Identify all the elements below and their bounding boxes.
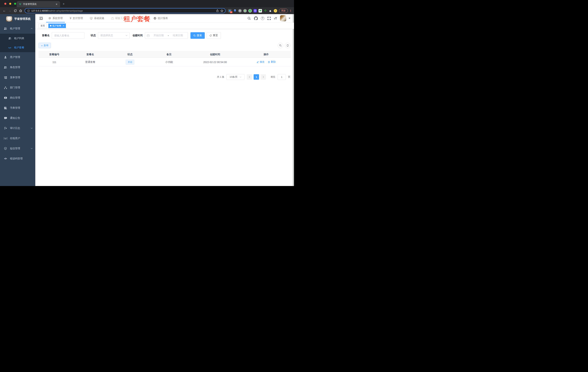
sidebar-item-dict-management[interactable]: 字典管理 <box>0 103 35 113</box>
extension-command-icon[interactable]: ⌘ <box>238 9 242 12</box>
browser-tab[interactable]: 芋道管理系统 ✕ <box>17 1 60 7</box>
sidebar-item-menu-management[interactable]: 菜单管理 <box>0 73 35 83</box>
col-header-remark: 备注 <box>149 51 189 58</box>
tag-tenant-package[interactable]: 租户套餐 ✕ <box>48 23 66 28</box>
date-start-placeholder[interactable]: 开始日期 <box>151 34 167 37</box>
reload-button[interactable] <box>13 8 18 13</box>
col-header-id: 套餐编号 <box>39 51 70 58</box>
extension-star-icon[interactable] <box>263 9 267 12</box>
update-button[interactable]: 更新 <box>279 9 288 13</box>
briefcase-icon <box>111 17 114 20</box>
font-size-icon[interactable]: TT <box>274 17 277 20</box>
site-info-icon[interactable] <box>27 10 30 12</box>
extension-dot-icon[interactable] <box>243 9 247 12</box>
sidebar-item-notice[interactable]: 通知公告 <box>0 113 35 123</box>
sidebar-item-user-management[interactable]: 用户管理 <box>0 52 35 62</box>
extension-gem-icon[interactable] <box>233 9 237 12</box>
sidebar-item-role-management[interactable]: 角色管理 <box>0 62 35 73</box>
extension-y-icon[interactable]: y <box>248 9 252 12</box>
search-button-label: 搜索 <box>197 34 202 37</box>
create-time-label: 创建时间 <box>133 34 143 37</box>
minimize-window-button[interactable] <box>9 3 11 5</box>
extensions-puzzle-icon[interactable] <box>269 9 272 12</box>
sidebar-item-dept-management[interactable]: 部门管理 <box>0 83 35 93</box>
github-icon[interactable] <box>254 16 258 20</box>
packages-table: 套餐编号 套餐名 状态 备注 创建时间 操作 111 普通套餐 <box>39 51 291 66</box>
search-icon <box>193 34 196 37</box>
back-button[interactable]: ← <box>2 8 7 13</box>
page-size-value: 10条/页 <box>230 75 238 79</box>
sidebar-item-tenant-package[interactable]: 租户套餐 <box>0 43 35 52</box>
fullscreen-icon[interactable] <box>267 17 271 20</box>
tag-home[interactable]: 首页 <box>39 23 47 28</box>
home-button[interactable] <box>18 8 23 13</box>
col-header-actions: 操作 <box>242 51 291 58</box>
topnav-item-system[interactable]: 系统管理 <box>46 14 65 22</box>
edit-link[interactable]: 修改 <box>257 60 264 64</box>
tab-title: 芋道管理系统 <box>23 3 55 6</box>
url-text[interactable]: 127.0.0.1:48080/admin-ui/system/tenant/p… <box>31 10 215 12</box>
cell-remark: 小功能 <box>149 58 189 66</box>
browser-tabstrip: 芋道管理系统 ✕ + <box>0 0 294 7</box>
window-controls[interactable] <box>4 3 16 5</box>
status-select[interactable]: 请选择状态 <box>98 32 130 39</box>
status-label: 状态 <box>91 34 96 37</box>
extension-diamond-icon[interactable]: 10 <box>228 9 231 12</box>
date-range-picker[interactable]: 开始日期 - 结束日期 <box>145 32 188 39</box>
delete-link[interactable]: 删除 <box>268 60 276 64</box>
active-dot <box>50 25 52 26</box>
pagination-total: 共 1 条 <box>217 75 224 79</box>
close-window-button[interactable] <box>4 3 6 5</box>
sidebar-nav: 租户管理 租户列表 <box>0 23 35 164</box>
topnav-item-infra[interactable]: 基础设施 <box>88 14 106 22</box>
package-name-input[interactable] <box>52 32 84 39</box>
sidebar-collapse-icon[interactable] <box>39 17 43 20</box>
sidebar-item-tenant-management[interactable]: 租户管理 <box>0 23 35 34</box>
help-icon[interactable]: ? <box>261 17 264 20</box>
sidebar-logo[interactable]: 芋道管理系统 <box>0 14 35 23</box>
next-page-button[interactable] <box>261 74 266 80</box>
add-button-label: 新增 <box>44 44 48 47</box>
prev-page-button[interactable] <box>247 74 252 80</box>
zoom-window-button[interactable] <box>14 3 16 5</box>
show-search-button[interactable] <box>278 43 283 48</box>
extension-chat-icon[interactable] <box>259 9 262 12</box>
share-icon[interactable] <box>216 9 219 12</box>
calendar-icon <box>147 34 149 37</box>
refresh-table-button[interactable] <box>285 43 290 48</box>
org-tree-icon <box>4 86 7 89</box>
sidebar-item-tenant-list[interactable]: 租户列表 <box>0 34 35 43</box>
gear-icon <box>48 17 51 20</box>
page-size-select[interactable]: 10条/页 <box>226 74 245 80</box>
new-tab-button[interactable]: + <box>63 2 65 6</box>
sidebar-item-online-users[interactable]: 在线用户 <box>0 133 35 143</box>
goto-page-input[interactable] <box>278 74 286 80</box>
sidebar-item-error-code[interactable]: </> 错误码管理 <box>0 154 35 164</box>
date-end-placeholder[interactable]: 结束日期 <box>170 34 186 37</box>
topnav-item-reports[interactable]: 统计报表 <box>151 14 170 22</box>
extension-shield-icon[interactable] <box>253 9 257 12</box>
screen: 芋道管理系统 ✕ + ← → 127.0.0.1:48080/admin-ui/… <box>0 0 294 186</box>
tags-view-bar: 首页 租户套餐 ✕ <box>35 23 294 29</box>
user-avatar[interactable] <box>280 15 286 21</box>
page-number-1[interactable]: 1 <box>254 74 259 80</box>
window-edge-scrollbar[interactable] <box>293 14 294 186</box>
address-bar[interactable]: 127.0.0.1:48080/admin-ui/system/tenant/p… <box>25 8 226 13</box>
bookmark-star-icon[interactable] <box>220 9 223 12</box>
search-button[interactable]: 搜索 <box>190 32 205 39</box>
sidebar-item-audit-log[interactable]: 审计日志 <box>0 123 35 133</box>
sidebar-item-label: 租户管理 <box>10 27 20 30</box>
tab-close-icon[interactable]: ✕ <box>55 3 58 6</box>
extension-emoji-icon[interactable] <box>274 9 277 12</box>
forward-button[interactable]: → <box>7 8 12 13</box>
date-separator: - <box>168 34 169 37</box>
sidebar-item-sms-management[interactable]: 短信管理 <box>0 143 35 154</box>
topnav-item-payment[interactable]: ¥ 支付管理 <box>68 14 85 22</box>
avatar-dropdown-caret-icon[interactable] <box>289 18 290 19</box>
add-button[interactable]: + 新增 <box>39 43 51 48</box>
sidebar-item-post-management[interactable]: 岗位管理 <box>0 93 35 103</box>
reset-button[interactable]: 重置 <box>207 32 221 39</box>
tag-close-icon[interactable]: ✕ <box>63 25 64 27</box>
browser-menu-icon[interactable]: ⋮ <box>289 9 292 12</box>
search-icon[interactable] <box>247 17 251 20</box>
